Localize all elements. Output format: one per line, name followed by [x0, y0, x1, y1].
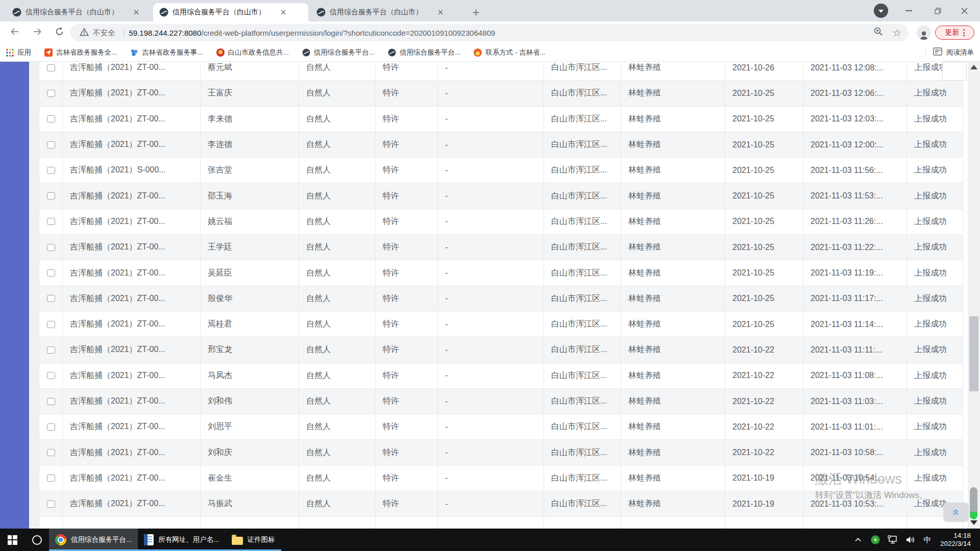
row-checkbox[interactable] — [47, 192, 55, 199]
taskbar-app-chrome[interactable]: 信用综合服务平台... — [49, 529, 138, 551]
row-checkbox[interactable] — [47, 64, 55, 71]
volume-icon[interactable] — [902, 529, 918, 551]
forward-icon[interactable] — [32, 26, 43, 39]
browser-profile-dropdown-icon[interactable] — [874, 4, 888, 18]
chrome-update-button[interactable]: 更新 — [935, 26, 974, 40]
profile-avatar-icon[interactable] — [917, 26, 931, 40]
row-checkbox[interactable] — [47, 500, 55, 508]
license-table-body: 吉浑船捕（2021）ZT-00...蔡元斌自然人特许-白山市浑江区...林蛙养殖… — [39, 62, 963, 529]
cell-holder: 王学廷 — [201, 235, 299, 260]
apps-grid-icon — [6, 49, 14, 57]
checkbox-cell — [39, 107, 63, 132]
tab-close-icon[interactable] — [132, 8, 141, 17]
bookmark-item[interactable]: 白山市政务信息共... — [216, 48, 289, 57]
bookmark-item[interactable]: 信用综合服务平台... — [388, 48, 460, 57]
apps-shortcut[interactable]: 应用 — [6, 48, 31, 57]
table-row: 吉浑船捕（2021）ZT-00...吴延臣自然人特许-白山市浑江区...林蛙养殖… — [39, 260, 963, 286]
row-checkbox[interactable] — [47, 218, 55, 225]
network-icon[interactable] — [885, 529, 900, 551]
cell-holder: 刘和伟 — [201, 389, 299, 414]
cell-report_time: 2021-11-03 12:08:... — [803, 62, 907, 80]
cell-issue_date: 2021-10-22 — [725, 363, 803, 388]
taskbar-app-document[interactable]: 所有网址、用户名... — [138, 529, 225, 551]
bookmark-item[interactable]: 吉林省政务服务全... — [44, 48, 117, 57]
cell-status: 上报成功 — [907, 107, 963, 132]
cell-content: - — [438, 158, 544, 183]
cell-permit_no: 吉浑船捕（2021）ZT-00... — [63, 337, 201, 362]
inner-scrollbar-thumb[interactable] — [970, 487, 977, 519]
row-checkbox[interactable] — [47, 449, 55, 456]
row-checkbox[interactable] — [47, 269, 55, 277]
bookmark-item[interactable]: 信用综合服务平台... — [302, 48, 375, 57]
empty-cell — [725, 517, 803, 529]
row-checkbox[interactable] — [47, 372, 55, 379]
security-label[interactable]: 不安全 — [93, 28, 115, 38]
cell-status: 上报成功 — [907, 183, 963, 208]
reload-icon[interactable] — [54, 27, 65, 39]
row-checkbox[interactable] — [47, 295, 55, 302]
cortana-search-button[interactable] — [24, 529, 49, 551]
bookmarks-separator — [925, 48, 926, 57]
row-checkbox[interactable] — [47, 423, 55, 431]
site-favicon-globe-icon — [159, 8, 168, 17]
page-scrollbar-thumb[interactable] — [969, 316, 978, 391]
tab-1[interactable]: 信用综合服务平台（白山市） — [6, 3, 153, 21]
taskbar-app-folder[interactable]: 证件图标 — [226, 529, 281, 551]
window-minimize-button[interactable] — [897, 0, 920, 21]
taskbar-clock[interactable]: 14:18 2022/3/14 — [937, 532, 976, 548]
zoom-in-page-icon[interactable] — [873, 27, 884, 39]
bookmarks-bar: 应用 吉林省政务服务全... 吉林省政务服务事... 白山市政务信息共... 信… — [0, 44, 980, 62]
cell-subject_type: 自然人 — [299, 81, 376, 106]
cell-region: 白山市浑江区... — [544, 286, 621, 311]
reading-list-label[interactable]: 阅读清单 — [946, 48, 974, 57]
cell-region: 白山市浑江区... — [544, 440, 621, 465]
row-checkbox[interactable] — [47, 346, 55, 354]
row-checkbox[interactable] — [47, 90, 55, 97]
cell-issue_date: 2021-10-22 — [725, 440, 803, 465]
row-checkbox[interactable] — [47, 115, 55, 122]
start-button[interactable] — [0, 529, 24, 551]
address-bar[interactable]: 不安全 59.198.244.227:8080/credit-web-platf… — [70, 24, 909, 41]
checkbox-cell — [39, 286, 63, 311]
back-to-top-button[interactable]: « — [943, 503, 969, 522]
checkbox-cell — [39, 414, 63, 439]
ime-indicator[interactable]: 中 — [920, 529, 935, 551]
cell-license_type: 特许 — [376, 363, 438, 388]
cell-issue_date: 2021-10-25 — [725, 260, 803, 285]
table-row: 吉浑船捕（2021）ZT-00...邵玉海自然人特许-白山市浑江区...林蛙养殖… — [39, 183, 963, 209]
scrollbar-up-arrow-icon[interactable] — [970, 65, 977, 69]
row-checkbox[interactable] — [47, 321, 55, 328]
cell-license_type: 特许 — [376, 62, 438, 80]
antivirus-shield-icon[interactable]: + — [868, 529, 883, 551]
row-checkbox[interactable] — [47, 167, 55, 174]
cell-content: - — [438, 107, 544, 132]
hidden-icons-chevron-icon[interactable] — [850, 529, 866, 551]
cell-industry: 林蛙养殖 — [621, 107, 725, 132]
cell-subject_type: 自然人 — [299, 107, 376, 132]
bookmark-star-icon[interactable]: ☆ — [893, 28, 901, 38]
tab-2-active[interactable]: 信用综合服务平台（白山市） — [153, 3, 308, 21]
row-checkbox[interactable] — [47, 474, 55, 482]
bookmark-item[interactable]: 联系方式 - 吉林省... — [474, 48, 546, 57]
back-icon[interactable] — [9, 26, 20, 39]
tab-close-icon[interactable] — [436, 8, 445, 17]
cell-subject_type: 自然人 — [299, 209, 376, 234]
cell-status: 上报成功 — [907, 209, 963, 234]
cell-status: 上报成功 — [907, 286, 963, 311]
cell-permit_no: 吉浑船捕（2021）ZT-00... — [63, 81, 201, 106]
window-restore-button[interactable] — [926, 0, 949, 21]
page-scrollbar-track[interactable] — [968, 62, 980, 529]
row-checkbox[interactable] — [47, 398, 55, 405]
new-tab-button-icon[interactable] — [470, 6, 482, 18]
window-close-button[interactable] — [952, 0, 976, 21]
row-checkbox[interactable] — [47, 141, 55, 148]
tab-close-icon[interactable] — [279, 8, 288, 17]
tab-3[interactable]: 信用综合服务平台（白山市） — [310, 3, 460, 21]
cell-holder: 王富庆 — [201, 81, 299, 106]
cell-license_type: 特许 — [376, 107, 438, 132]
bookmark-item[interactable]: 吉林省政务服务事... — [130, 48, 203, 57]
cell-industry: 林蛙养殖 — [621, 183, 725, 208]
row-checkbox[interactable] — [47, 244, 55, 251]
menu-dots-icon[interactable] — [963, 29, 965, 36]
scrollbar-down-arrow-icon[interactable] — [970, 520, 977, 525]
